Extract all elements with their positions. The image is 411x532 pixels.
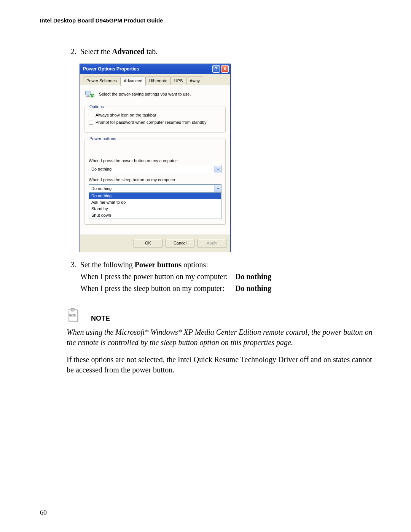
list-item[interactable]: Shut down <box>89 212 221 219</box>
step3-bold: Power buttons <box>135 260 182 269</box>
power-setting-label: When I press the power button on my comp… <box>80 272 231 282</box>
chevron-down-icon[interactable] <box>214 185 221 192</box>
note-after-paragraph: If these options are not selected, the I… <box>67 355 373 375</box>
step3-post: options: <box>182 260 208 269</box>
page-number: 60 <box>40 509 47 517</box>
window-title: Power Options Properties <box>83 66 139 72</box>
checkbox-password-row[interactable]: Prompt for password when computer resume… <box>89 120 221 125</box>
svg-rect-0 <box>86 91 91 95</box>
svg-text:NOTE: NOTE <box>69 314 76 316</box>
doc-header: Intel Desktop Board D945GPM Product Guid… <box>40 17 373 24</box>
step2-post: tab. <box>145 47 158 56</box>
step-body: Set the following Power buttons options:… <box>80 260 373 294</box>
tab-strip: Power Schemes Advanced Hibernate UPS Awa… <box>80 74 230 85</box>
note-title: NOTE <box>91 314 110 323</box>
svg-rect-2 <box>86 96 90 97</box>
ok-button[interactable]: OK <box>134 239 162 248</box>
note-icon: NOTE <box>67 307 80 323</box>
power-buttons-group: Power buttons When I press the power but… <box>84 139 226 225</box>
power-button-select[interactable]: Do nothing <box>89 165 221 173</box>
step2-bold: Advanced <box>112 47 145 56</box>
power-button-value: Do nothing <box>91 166 112 172</box>
document-page: Intel Desktop Board D945GPM Product Guid… <box>0 0 411 532</box>
cancel-button[interactable]: Cancel <box>166 239 194 248</box>
chevron-down-icon[interactable] <box>214 166 221 173</box>
content-area: 2. Select the Advanced tab. Power Option… <box>67 46 373 375</box>
sleep-button-value: Do nothing <box>91 186 112 192</box>
power-button-label: When I press the power button on my comp… <box>89 158 221 164</box>
step-number: 3. <box>67 260 76 294</box>
help-button[interactable]: ? <box>212 65 220 73</box>
checkbox-password-label: Prompt for password when computer resume… <box>96 120 207 125</box>
dialog-body: Select the power-saving settings you wan… <box>80 85 230 235</box>
note-body: When using the Microsoft* Windows* XP Me… <box>67 327 373 348</box>
note-block: NOTE NOTE When using the Microsoft* Wind… <box>67 307 373 375</box>
tab-power-schemes[interactable]: Power Schemes <box>83 77 120 85</box>
power-icon <box>84 89 95 100</box>
sleep-setting-value: Do nothing <box>235 283 271 294</box>
list-item[interactable]: Ask me what to do <box>89 199 221 206</box>
step-number: 2. <box>67 46 76 57</box>
sleep-button-label: When I press the sleep button on my comp… <box>89 177 221 183</box>
checkbox-taskbar-icon-row[interactable]: Always show icon on the taskbar <box>89 112 221 118</box>
step-body: Select the Advanced tab. <box>80 46 373 57</box>
close-button[interactable]: X <box>221 65 229 73</box>
sleep-button-dropdown-list[interactable]: Do nothing Ask me what to do Stand by Sh… <box>89 193 221 219</box>
dialog-button-row: OK Cancel Apply <box>80 235 230 252</box>
power-options-dialog: Power Options Properties ? X Power Schem… <box>80 64 231 252</box>
titlebar[interactable]: Power Options Properties ? X <box>80 64 230 74</box>
tab-hibernate[interactable]: Hibernate <box>146 77 171 85</box>
tab-away[interactable]: Away <box>186 77 203 85</box>
options-legend: Options <box>88 104 105 110</box>
apply-button[interactable]: Apply <box>198 239 226 248</box>
dialog-screenshot: Power Options Properties ? X Power Schem… <box>80 64 373 252</box>
step-3: 3. Set the following Power buttons optio… <box>67 260 373 294</box>
tab-advanced[interactable]: Advanced <box>120 77 146 86</box>
svg-rect-1 <box>88 95 89 96</box>
svg-rect-6 <box>71 308 74 311</box>
power-buttons-legend: Power buttons <box>88 136 118 142</box>
power-setting-value: Do nothing <box>235 272 271 282</box>
tab-ups[interactable]: UPS <box>171 77 186 85</box>
checkbox-taskbar-label: Always show icon on the taskbar <box>96 112 156 118</box>
sleep-setting-label: When I press the sleep button on my comp… <box>80 283 231 294</box>
options-group: Options Always show icon on the taskbar … <box>84 107 226 133</box>
step3-pre: Set the following <box>80 260 135 269</box>
step2-pre: Select the <box>80 47 112 56</box>
checkbox-taskbar-icon[interactable] <box>89 113 93 117</box>
sleep-button-select[interactable]: Do nothing <box>89 184 221 193</box>
step-2: 2. Select the Advanced tab. Power Option… <box>67 46 373 252</box>
list-item[interactable]: Do nothing <box>89 193 221 199</box>
checkbox-password[interactable] <box>89 120 93 125</box>
list-item[interactable]: Stand by <box>89 206 221 212</box>
dialog-description: Select the power-saving settings you wan… <box>99 91 191 97</box>
